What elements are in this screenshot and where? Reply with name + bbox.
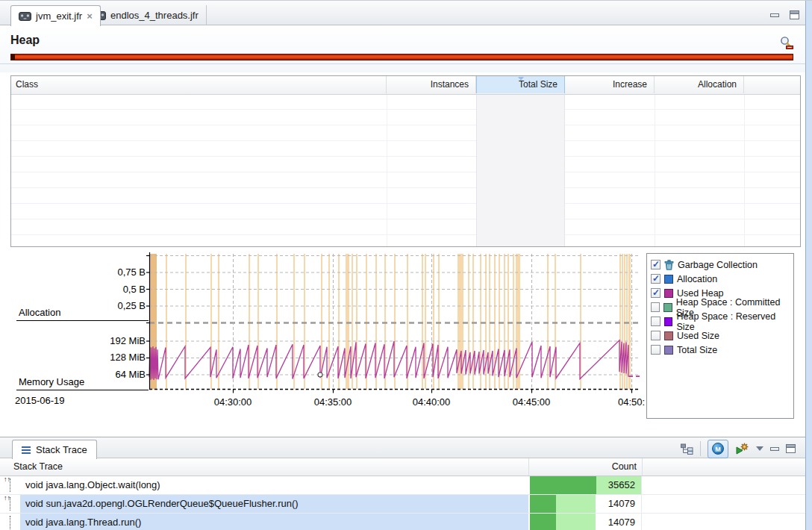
checkbox[interactable] [651,302,660,312]
alloc-tick-025: 0,25 B [86,301,146,311]
checkbox[interactable] [651,274,660,284]
chart-date-label: 2015-06-19 [15,395,65,406]
legend-item-garbage-collection[interactable]: Garbage Collection [651,258,758,271]
column-divider [655,94,655,246]
minimize-icon[interactable] [770,13,779,17]
count-bar-light [556,495,596,513]
maximize-icon[interactable] [790,10,799,19]
range-navigator-bar[interactable] [10,54,793,60]
heap-class-table: Class Instances Total Size Increase Allo… [10,75,801,247]
count-value: 14079 [608,514,635,530]
checkbox[interactable] [651,260,660,269]
run-settings-icon[interactable] [735,443,749,455]
alloc-tick-05: 0,5 B [86,284,146,295]
legend-item-allocation[interactable]: Allocation [651,272,717,285]
legend-item-total-size[interactable]: Total Size [651,343,717,356]
column-header-increase[interactable]: Increase [565,76,655,93]
mem-tick-128: 128 MiB [86,352,146,363]
row-gutter [0,514,20,530]
count-bar-light [556,514,596,530]
row-gutter: ↑↑ [0,495,20,513]
method-profiling-toggle[interactable]: M [708,440,728,458]
column-header-instances[interactable]: Instances [387,76,476,93]
table-row[interactable]: void java.lang.Thread.run() 14079 [0,514,806,530]
minimize-panel-icon[interactable] [770,447,779,451]
toolbar-separator [700,441,701,456]
series-swatch [664,331,673,340]
heap-table-header: Class Instances Total Size Increase Allo… [11,76,800,95]
jfr-file-icon [19,12,31,21]
up-arrows-icon: ↑↑ [4,476,10,483]
view-window-controls [770,10,799,19]
stack-trace-tab-row: Stack Trace M [0,437,806,458]
column-header-count[interactable]: Count [528,461,637,472]
stack-trace-method: void java.lang.Thread.run() [20,514,528,530]
series-swatch [663,303,672,312]
view-menu-icon[interactable] [756,446,763,451]
up-arrows-icon: ↑↑ [4,494,10,502]
maximize-panel-icon[interactable] [786,444,796,453]
time-label-0440: 04:40:00 [405,396,457,408]
alloc-tick-075: 0,75 B [86,267,146,278]
count-bar-dark [530,476,596,494]
tab-label: endlos_4_threads.jfr [110,10,199,21]
tab-stack-trace[interactable]: Stack Trace [12,440,97,459]
column-divider [744,94,745,246]
count-cell: 35652 [528,476,642,494]
tab-jvm-exit[interactable]: jvm_exit.jfr × [10,5,101,26]
column-header-stack-trace[interactable]: Stack Trace [13,461,63,472]
count-value: 14079 [608,495,635,513]
close-icon[interactable]: × [87,12,93,21]
row-gutter: ↑↑ [0,476,20,494]
table-row[interactable]: ↑↑ void java.lang.Object.wait(long) 3565… [0,476,806,495]
count-cell: 14079 [528,514,642,530]
stack-trace-toolbar: M [681,440,796,458]
tab-endlos-4-threads[interactable]: endlos_4_threads.jfr [86,5,207,25]
table-row[interactable]: ↑↑ void sun.java2d.opengl.OGLRenderQueue… [0,495,806,514]
legend-item-reserved-size[interactable]: Heap Space : Reserved Size [651,315,793,328]
heap-form-header: Heap [0,25,806,72]
count-value: 35652 [608,476,635,494]
series-swatch [664,346,673,355]
editor-tab-bar: jvm_exit.jfr × endlos_4_threads.jfr [0,1,806,25]
tab-label: jvm_exit.jfr [36,10,82,22]
time-label-0430: 04:30:00 [207,396,259,408]
checkbox[interactable] [651,345,660,355]
legend-item-used-size[interactable]: Used Size [651,329,719,342]
count-bar-dark [530,495,556,513]
column-header-allocation[interactable]: Allocation [655,76,744,93]
series-swatch [664,289,673,298]
column-divider [642,458,643,476]
stack-trace-method: void sun.java2d.opengl.OGLRenderQueue$Qu… [20,495,528,513]
mem-tick-192: 192 MiB [86,336,146,346]
header-separator [0,63,806,64]
checkbox[interactable] [651,288,660,298]
menu-icon [22,446,31,454]
method-profiling-icon: M [712,443,724,455]
find-zoom-icon[interactable] [779,36,794,51]
stack-trace-panel: Stack Trace M [0,437,806,530]
trash-icon [664,260,674,270]
mem-tick-64: 64 MiB [86,370,146,380]
sorted-column-shade [476,94,565,246]
call-tree-icon[interactable] [681,443,693,455]
page-title: Heap [10,34,40,47]
heap-table-body[interactable] [11,94,800,246]
stack-trace-method: void java.lang.Object.wait(long) [20,476,528,494]
jmc-editor-window: jvm_exit.jfr × endlos_4_threads.jfr Heap [0,0,812,530]
checkbox[interactable] [651,317,660,326]
vertical-scrollbar[interactable] [805,1,812,530]
stack-trace-table-header: Stack Trace Count [0,458,806,476]
column-divider [387,94,387,246]
count-bar-dark [530,514,556,530]
checkbox[interactable] [651,331,660,340]
series-swatch [664,317,673,326]
column-header-class[interactable]: Class [11,76,387,93]
column-header-total-size[interactable]: Total Size [476,76,565,93]
memory-usage-chart[interactable] [142,251,643,397]
time-label-0445: 04:45:00 [505,396,558,408]
column-divider [528,458,529,476]
count-cell: 14079 [528,495,642,513]
dotted-line-icon [10,516,10,529]
chart-legend: Garbage Collection Allocation Used Heap … [646,253,794,419]
